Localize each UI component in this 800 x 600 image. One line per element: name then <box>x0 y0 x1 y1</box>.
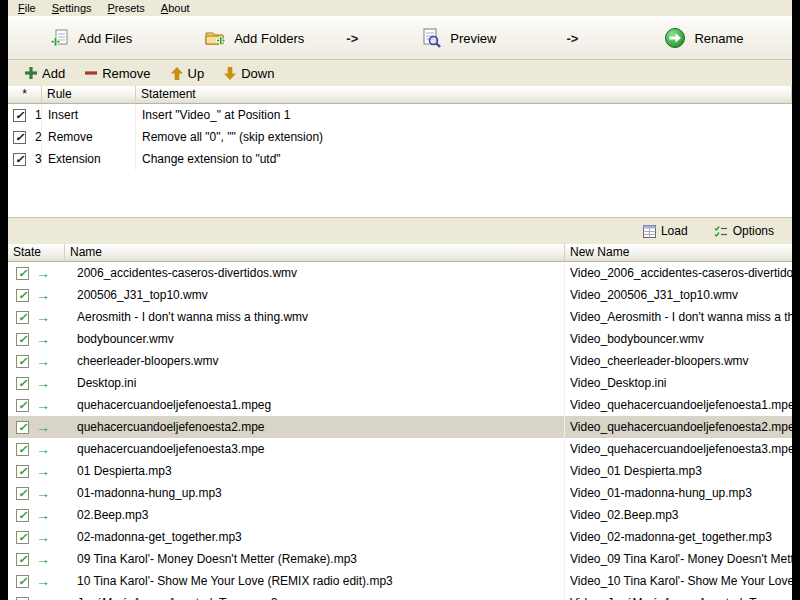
load-button[interactable]: Load <box>639 222 692 240</box>
files-header-name[interactable]: Name <box>65 244 565 262</box>
file-checked-checkbox[interactable]: ✓ <box>16 355 29 368</box>
app-window: FileSettingsPresetsAbout Add Files Add F… <box>8 0 792 600</box>
files-table-header: State Name New Name <box>8 244 792 262</box>
options-icon <box>714 225 728 238</box>
files-rows: ✓ → 2006_accidentes-caseros-divertidos.w… <box>8 262 792 600</box>
file-checked-checkbox[interactable]: ✓ <box>16 399 29 412</box>
file-checked-checkbox[interactable]: ✓ <box>16 531 29 544</box>
rename-arrow-icon: → <box>36 310 50 324</box>
file-row[interactable]: ✓ → 10 Tina Karol'- Show Me Your Love (R… <box>8 570 792 592</box>
preview-button[interactable]: Preview <box>414 23 502 53</box>
file-new-name: Video_200506_J31_top10.wmv <box>565 284 792 306</box>
rules-header-rule[interactable]: Rule <box>42 86 136 104</box>
file-row[interactable]: ✓ → 09 Tina Karol'- Money Doesn't Metter… <box>8 548 792 570</box>
file-checked-checkbox[interactable]: ✓ <box>16 553 29 566</box>
rename-arrow-icon: → <box>36 574 50 588</box>
rule-statement: Remove all "0", "" (skip extension) <box>136 126 792 148</box>
file-new-name: Video_Desktop.ini <box>565 372 792 394</box>
file-name: JoséMaríaAznar-AcontodoTouso.mp3 <box>65 592 565 600</box>
add-files-button[interactable]: Add Files <box>44 24 138 52</box>
file-checked-checkbox[interactable]: ✓ <box>16 377 29 390</box>
add-rule-label: Add <box>42 66 65 81</box>
file-row[interactable]: ✓ → bodybouncer.wmv Video_bodybouncer.wm… <box>8 328 792 350</box>
file-checked-checkbox[interactable]: ✓ <box>16 421 29 434</box>
rule-state-cell: ✓ 1 <box>8 104 42 126</box>
file-checked-checkbox[interactable]: ✓ <box>16 443 29 456</box>
file-row[interactable]: ✓ → cheerleader-bloopers.wmv Video_cheer… <box>8 350 792 372</box>
file-name: quehacercuandoeljefenoesta3.mpe <box>65 438 565 460</box>
rule-enabled-checkbox[interactable]: ✓ <box>13 109 26 122</box>
rule-enabled-checkbox[interactable]: ✓ <box>13 131 26 144</box>
file-row[interactable]: ✓ → quehacercuandoeljefenoesta1.mpeg Vid… <box>8 394 792 416</box>
file-row[interactable]: ✓ → 200506_J31_top10.wmv Video_200506_J3… <box>8 284 792 306</box>
file-state-cell: ✓ → <box>8 354 65 368</box>
file-row[interactable]: ✓ → Desktop.ini Video_Desktop.ini <box>8 372 792 394</box>
file-row[interactable]: ✓ → 2006_accidentes-caseros-divertidos.w… <box>8 262 792 284</box>
add-files-label: Add Files <box>78 31 132 46</box>
rule-row[interactable]: ✓ 2 Remove Remove all "0", "" (skip exte… <box>8 126 792 148</box>
menu-settings[interactable]: Settings <box>44 1 100 16</box>
file-row[interactable]: ✓ → 02-madonna-get_together.mp3 Video_02… <box>8 526 792 548</box>
file-checked-checkbox[interactable]: ✓ <box>16 333 29 346</box>
rule-state-cell: ✓ 2 <box>8 126 42 148</box>
options-button[interactable]: Options <box>710 222 778 240</box>
flow-arrow: -> <box>346 31 358 46</box>
file-row[interactable]: ✓ → 01-madonna-hung_up.mp3 Video_01-mado… <box>8 482 792 504</box>
rename-arrow-icon: → <box>36 442 50 456</box>
add-rule-button[interactable]: Add <box>18 63 72 84</box>
rename-button[interactable]: Rename <box>658 23 749 53</box>
file-row[interactable]: ✓ → quehacercuandoeljefenoesta2.mpe Vide… <box>8 416 792 438</box>
rules-header-statement[interactable]: Statement <box>136 86 792 104</box>
rule-enabled-checkbox[interactable]: ✓ <box>13 153 26 166</box>
file-new-name: Video_cheerleader-bloopers.wmv <box>565 350 792 372</box>
file-name: Aerosmith - I don't wanna miss a thing.w… <box>65 306 565 328</box>
file-new-name: Video_10 Tina Karol'- Show Me Your Love … <box>565 570 792 592</box>
file-new-name: Video_JoséMaríaAznar-AcontodoTouso.mp3 <box>565 592 792 600</box>
files-table: State Name New Name ✓ → 2006_accidentes-… <box>8 244 792 600</box>
files-header-state[interactable]: State <box>8 244 65 262</box>
file-name: 02.Beep.mp3 <box>65 504 565 526</box>
remove-rule-button[interactable]: Remove <box>78 63 157 84</box>
minus-icon <box>85 67 97 79</box>
file-new-name: Video_02-madonna-get_together.mp3 <box>565 526 792 548</box>
rule-row[interactable]: ✓ 1 Insert Insert "Video_" at Position 1 <box>8 104 792 126</box>
remove-rule-label: Remove <box>102 66 150 81</box>
file-row[interactable]: ✓ → JoséMaríaAznar-AcontodoTouso.mp3 Vid… <box>8 592 792 600</box>
menu-file[interactable]: File <box>10 1 44 16</box>
rule-row[interactable]: ✓ 3 Extension Change extension to "utd" <box>8 148 792 170</box>
file-state-cell: ✓ → <box>8 310 65 324</box>
rename-arrow-icon: → <box>36 398 50 412</box>
file-name: bodybouncer.wmv <box>65 328 565 350</box>
file-new-name: Video_01-madonna-hung_up.mp3 <box>565 482 792 504</box>
rename-label: Rename <box>694 31 743 46</box>
file-row[interactable]: ✓ → 01 Despierta.mp3 Video_01 Despierta.… <box>8 460 792 482</box>
file-checked-checkbox[interactable]: ✓ <box>16 465 29 478</box>
rename-arrow-icon: → <box>36 596 50 600</box>
rule-number: 3 <box>35 152 42 166</box>
rule-name: Remove <box>42 126 136 148</box>
file-checked-checkbox[interactable]: ✓ <box>16 575 29 588</box>
menu-presets[interactable]: Presets <box>100 1 153 16</box>
move-down-button[interactable]: Down <box>217 63 281 84</box>
rules-table: * Rule Statement ✓ 1 Insert Insert "Vide… <box>8 86 792 218</box>
file-checked-checkbox[interactable]: ✓ <box>16 487 29 500</box>
file-checked-checkbox[interactable]: ✓ <box>16 289 29 302</box>
rule-name: Insert <box>42 104 136 126</box>
file-checked-checkbox[interactable]: ✓ <box>16 311 29 324</box>
rules-header-check[interactable]: * <box>8 86 42 104</box>
move-up-button[interactable]: Up <box>164 63 212 84</box>
add-folders-button[interactable]: Add Folders <box>198 24 310 52</box>
menu-about[interactable]: About <box>153 1 198 16</box>
files-header-new-name[interactable]: New Name <box>565 244 792 262</box>
file-row[interactable]: ✓ → Aerosmith - I don't wanna miss a thi… <box>8 306 792 328</box>
file-checked-checkbox[interactable]: ✓ <box>16 267 29 280</box>
rename-arrow-icon: → <box>36 266 50 280</box>
file-checked-checkbox[interactable]: ✓ <box>16 597 29 600</box>
file-checked-checkbox[interactable]: ✓ <box>16 509 29 522</box>
file-name: 01 Despierta.mp3 <box>65 460 565 482</box>
list-actions-bar: Load Options <box>8 218 792 244</box>
preview-icon <box>420 27 442 49</box>
file-row[interactable]: ✓ → 02.Beep.mp3 Video_02.Beep.mp3 <box>8 504 792 526</box>
file-row[interactable]: ✓ → quehacercuandoeljefenoesta3.mpe Vide… <box>8 438 792 460</box>
rename-arrow-icon: → <box>36 530 50 544</box>
